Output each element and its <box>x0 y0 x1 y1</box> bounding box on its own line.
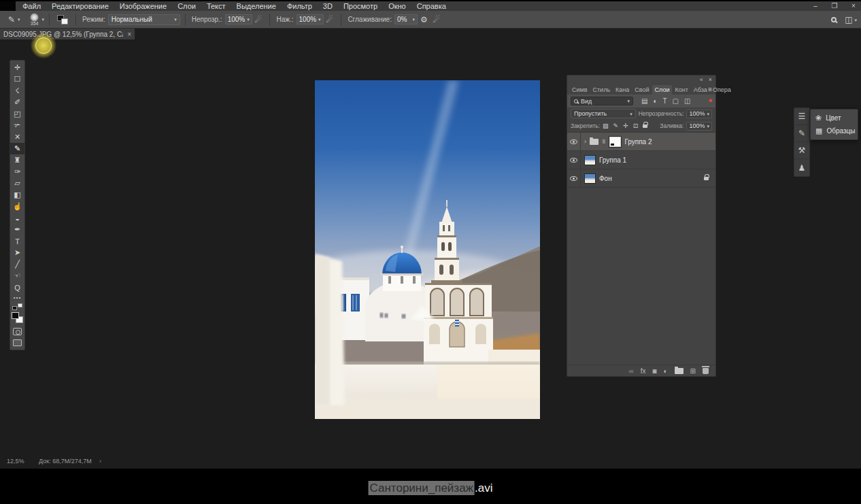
eraser-tool[interactable]: ▱ <box>10 178 24 189</box>
pressure-size-icon[interactable]: ☄ <box>433 15 441 24</box>
lock-paint-icon[interactable]: ✎ <box>613 122 619 129</box>
fill-input[interactable]: 100% ▾ <box>686 122 712 131</box>
layer-name[interactable]: Фон <box>599 175 612 182</box>
restore-button[interactable]: ❐ <box>830 1 839 11</box>
airbrush-pressure-icon[interactable]: ☄ <box>255 15 263 24</box>
zoom-tool[interactable]: Q <box>10 282 24 293</box>
flow-input[interactable]: 100% ▾ <box>297 14 324 24</box>
foreground-background-swatches[interactable] <box>12 312 23 323</box>
menu-filter[interactable]: Фильтр <box>282 1 318 11</box>
add-mask-button[interactable]: ◙ <box>653 367 657 375</box>
smudge-tool[interactable]: ☝ <box>10 201 24 212</box>
filter-shape-icon[interactable]: ▢ <box>673 97 679 105</box>
character-dock-icon[interactable]: ♟ <box>794 159 809 176</box>
layer-row-group-2[interactable]: › ∞ Группа 2 <box>567 133 715 151</box>
new-layer-button[interactable]: ⊞ <box>690 367 696 375</box>
properties-dock-icon[interactable]: ✎ <box>794 125 809 142</box>
tab-properties[interactable]: Свой <box>632 85 652 95</box>
lock-artboard-icon[interactable]: ⊡ <box>633 122 639 129</box>
toggle-brush-panel-button[interactable] <box>57 15 68 24</box>
eyedropper-tool[interactable]: ✃ <box>10 120 24 131</box>
layer-name[interactable]: Группа 1 <box>599 156 626 164</box>
new-group-button[interactable] <box>675 368 683 374</box>
quick-mask-button[interactable] <box>13 328 22 335</box>
workspace-switcher[interactable]: ◫ ▾ <box>845 15 857 24</box>
path-selection-tool[interactable]: ➤ <box>10 247 24 258</box>
menu-select[interactable]: Выделение <box>231 1 282 11</box>
link-layers-button[interactable]: ∞ <box>629 367 634 375</box>
menu-view[interactable]: Просмотр <box>338 1 383 11</box>
layer-row-background[interactable]: Фон <box>567 169 715 188</box>
visibility-eye-icon[interactable] <box>570 139 577 144</box>
gradient-tool[interactable]: ◧ <box>10 189 24 201</box>
menu-3d[interactable]: 3D <box>318 1 338 11</box>
opacity-input[interactable]: 100% ▾ <box>225 14 252 24</box>
hand-tool[interactable]: ☜ <box>10 270 24 282</box>
filter-smart-object-icon[interactable]: ◫ <box>684 97 690 105</box>
tab-close-icon[interactable]: × <box>127 31 131 38</box>
gear-icon[interactable]: ⚙ <box>420 15 428 24</box>
lock-position-icon[interactable]: ✛ <box>623 122 628 129</box>
adjustment-layer-button[interactable]: ◐ <box>664 367 668 375</box>
move-tool[interactable]: ✛ <box>10 62 24 73</box>
line-tool[interactable]: ╱ <box>10 258 24 270</box>
tab-paragraph[interactable]: Абза <box>691 85 710 95</box>
layer-filter-select[interactable]: Вид ▾ <box>571 97 633 105</box>
layer-blend-mode-select[interactable]: Пропустить ▾ <box>571 109 636 118</box>
panel-close-icon[interactable]: × <box>709 76 712 83</box>
brush-preset-picker[interactable]: 354 <box>27 13 42 26</box>
tab-paths[interactable]: Конт <box>672 85 690 95</box>
pen-tool[interactable]: ✒ <box>10 224 24 235</box>
menu-edit[interactable]: Редактирование <box>46 1 114 11</box>
document-canvas[interactable] <box>315 80 540 419</box>
layer-mask-thumbnail[interactable] <box>609 137 621 147</box>
layer-thumbnail[interactable] <box>584 155 596 165</box>
type-tool[interactable]: T <box>10 235 24 247</box>
dodge-tool[interactable]: ◒ <box>10 212 24 224</box>
foreground-color-swatch[interactable] <box>12 312 19 319</box>
flyout-color-item[interactable]: ❀ Цвет <box>811 112 858 124</box>
menu-help[interactable]: Справка <box>411 1 452 11</box>
quick-selection-tool[interactable]: ✐ <box>10 97 24 108</box>
tab-actions[interactable]: Опера <box>710 85 734 95</box>
close-button[interactable]: × <box>849 1 858 11</box>
status-chevron-icon[interactable]: › <box>99 458 101 465</box>
brush-tool[interactable]: ✎ <box>10 143 24 154</box>
filter-pixel-icon[interactable]: ▤ <box>641 97 647 105</box>
brushes-dock-icon[interactable]: ⚒ <box>794 142 809 159</box>
flyout-swatches-item[interactable]: ▦ Образцы <box>811 125 858 137</box>
edit-toolbar-button[interactable]: ••• <box>10 293 24 301</box>
layer-name[interactable]: Группа 2 <box>624 138 652 146</box>
minimize-button[interactable]: – <box>811 1 820 11</box>
filter-toggle-icon[interactable]: ● <box>708 96 713 104</box>
layer-row-group-1[interactable]: Группа 1 <box>567 151 715 169</box>
history-brush-tool[interactable]: ✑ <box>10 166 24 178</box>
blend-mode-select[interactable]: Нормальный ▾ <box>108 14 180 25</box>
menu-layers[interactable]: Слои <box>172 1 201 11</box>
search-icon[interactable] <box>831 17 837 22</box>
zoom-level-value[interactable]: 12,5% <box>7 458 24 465</box>
visibility-eye-icon[interactable] <box>570 158 577 163</box>
color-dock-icon[interactable]: ☰ <box>794 108 809 125</box>
menu-file[interactable]: Файл <box>17 1 46 11</box>
lasso-tool[interactable]: ☇ <box>10 85 24 97</box>
airbrush-icon[interactable]: ☄ <box>326 15 334 24</box>
marquee-tool[interactable]: ☐ <box>10 73 24 85</box>
layer-opacity-input[interactable]: 100% ▾ <box>686 110 712 118</box>
crop-tool[interactable]: ◰ <box>10 108 24 120</box>
tab-channels[interactable]: Кана <box>613 85 632 95</box>
document-tab[interactable]: DSC09095.JPG @ 12,5% (Группа 2, Слой-мас… <box>0 29 135 39</box>
filter-type-icon[interactable]: T <box>663 97 667 105</box>
menu-type[interactable]: Текст <box>201 1 231 11</box>
default-colors-icon[interactable] <box>12 303 22 310</box>
panel-menu-icon[interactable]: ≡ <box>708 86 712 93</box>
tab-layers[interactable]: Слои <box>652 85 673 95</box>
layer-thumbnail[interactable] <box>584 173 596 184</box>
tool-preset-picker[interactable]: ✎ ▾ <box>5 15 20 24</box>
filter-adjustment-icon[interactable]: ◐ <box>653 97 657 105</box>
lock-transparency-icon[interactable]: ▨ <box>603 122 609 129</box>
visibility-eye-icon[interactable] <box>570 176 577 181</box>
menu-window[interactable]: Окно <box>383 1 411 11</box>
tab-styles[interactable]: Стиль <box>590 85 613 95</box>
healing-brush-tool[interactable]: ✕ <box>10 131 24 143</box>
